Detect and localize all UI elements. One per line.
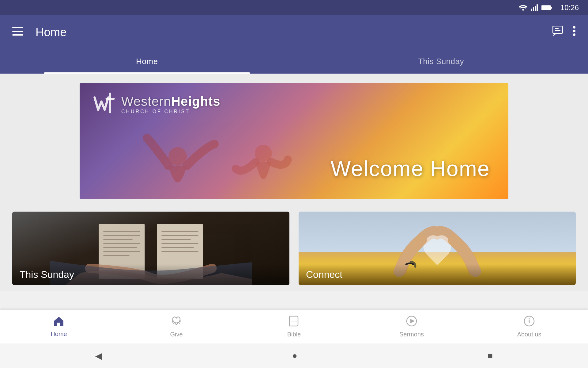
system-nav-bar: ◀ ● ■	[0, 343, 588, 368]
svg-marker-39	[410, 319, 415, 323]
svg-rect-11	[555, 28, 559, 29]
svg-rect-2	[535, 6, 536, 11]
about-nav-icon: i	[524, 316, 535, 329]
banner-welcome-text: Welcome Home	[330, 156, 490, 181]
svg-rect-8	[12, 34, 23, 36]
home-button[interactable]: ●	[292, 351, 297, 361]
svg-rect-10	[555, 30, 560, 31]
logo-church-name: WesternHeights	[121, 94, 221, 109]
bible-nav-icon	[289, 316, 299, 329]
banner: WesternHeights Church of Christ Welcome …	[80, 83, 508, 199]
svg-rect-9	[553, 26, 563, 33]
svg-rect-4	[541, 6, 551, 10]
nav-about-us[interactable]: i About us	[470, 310, 588, 343]
svg-rect-7	[12, 31, 23, 32]
status-bar: 10:26	[0, 0, 588, 15]
tab-home[interactable]: Home	[0, 49, 294, 74]
home-nav-icon	[53, 316, 64, 329]
svg-rect-6	[12, 27, 23, 28]
wifi-icon	[519, 4, 527, 11]
main-content: WesternHeights Church of Christ Welcome …	[0, 74, 588, 291]
banner-wrapper: WesternHeights Church of Christ Welcome …	[0, 74, 588, 205]
home-nav-label: Home	[51, 331, 67, 338]
app-bar: Home	[0, 15, 588, 49]
give-nav-label: Give	[170, 331, 183, 338]
logo-subtitle: Church of Christ	[121, 109, 221, 114]
about-nav-label: About us	[517, 331, 541, 338]
this-sunday-card[interactable]: This Sunday	[12, 212, 289, 285]
connect-card[interactable]: Connect	[299, 212, 576, 285]
bottom-nav: Home Give Bible	[0, 310, 588, 343]
chat-button[interactable]	[552, 26, 564, 39]
logo-text: WesternHeights Church of Christ	[121, 94, 221, 114]
svg-text:i: i	[528, 317, 530, 324]
bible-nav-label: Bible	[287, 331, 301, 338]
connect-card-label: Connect	[299, 264, 576, 285]
give-nav-icon	[171, 316, 182, 329]
tab-this-sunday[interactable]: This Sunday	[294, 49, 588, 74]
this-sunday-card-label: This Sunday	[12, 264, 289, 285]
nav-bible[interactable]: Bible	[235, 310, 353, 343]
svg-rect-3	[537, 4, 538, 11]
status-time: 10:26	[560, 3, 579, 12]
banner-logo: WesternHeights Church of Christ	[92, 92, 221, 117]
back-button[interactable]: ◀	[95, 351, 102, 361]
more-options-button[interactable]	[573, 26, 576, 39]
svg-rect-1	[533, 7, 534, 11]
nav-give[interactable]: Give	[118, 310, 235, 343]
hamburger-button[interactable]	[12, 27, 23, 38]
nav-home[interactable]: Home	[0, 310, 118, 343]
nav-sermons[interactable]: Sermons	[353, 310, 470, 343]
tabs-bar: Home This Sunday	[0, 49, 588, 74]
recent-apps-button[interactable]: ■	[488, 351, 493, 361]
svg-point-14	[573, 33, 575, 36]
signal-icon	[531, 4, 538, 11]
svg-rect-0	[531, 9, 532, 11]
battery-icon	[541, 5, 552, 10]
svg-point-12	[573, 26, 575, 29]
cards-section: This Sunday	[0, 205, 588, 291]
svg-rect-5	[551, 7, 552, 9]
sermons-nav-label: Sermons	[399, 331, 424, 338]
sermons-nav-icon	[406, 316, 417, 329]
app-title: Home	[36, 26, 552, 39]
church-logo-icon	[92, 92, 116, 117]
svg-point-13	[573, 30, 575, 32]
